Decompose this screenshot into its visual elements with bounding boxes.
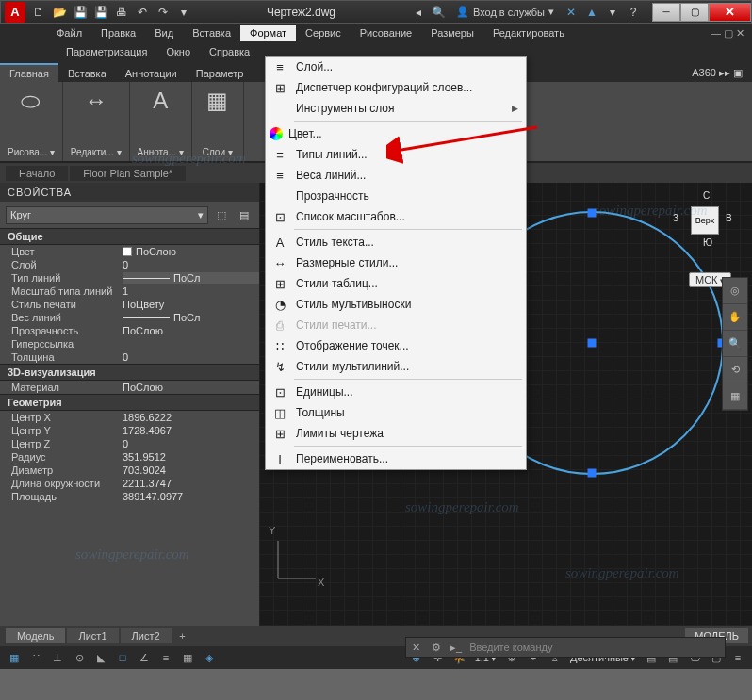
saveas-icon[interactable]: 💾 [91, 3, 110, 22]
prop-row[interactable]: Толщина 0 [0, 350, 259, 364]
ortho-toggle-icon[interactable]: ⊥ [47, 648, 68, 667]
cmd-options-icon[interactable]: ⚙ [426, 642, 447, 654]
menu-item[interactable]: ≡ Веса линий... [266, 165, 526, 186]
menu-item[interactable]: ⊡ Единицы... [266, 382, 526, 402]
viewcube-w[interactable]: З [673, 213, 678, 223]
add-layout-button[interactable]: + [173, 630, 192, 642]
layout-tab-2[interactable]: Лист2 [121, 628, 172, 643]
prop-row[interactable]: Диаметр 703.9024 [0, 464, 259, 477]
quick-select-icon[interactable]: ⬚ [212, 205, 231, 224]
prop-value[interactable]: 2211.3747 [123, 478, 259, 489]
prop-row[interactable]: Вес линий ПоСл [0, 311, 259, 324]
maximize-button[interactable]: ▢ [680, 3, 709, 22]
menu-item[interactable]: ⊡ Список масштабов... [266, 206, 526, 227]
qat-drop-icon[interactable]: ▾ [174, 3, 193, 22]
showmotion-icon[interactable]: ▦ [723, 383, 747, 410]
prop-group[interactable]: Общие [0, 228, 259, 245]
prop-group[interactable]: 3D-визуализация [0, 364, 259, 381]
object-type-combo[interactable]: Круг ▾ [6, 206, 208, 224]
menu-item[interactable]: ◔ Стиль мультивыноски [266, 294, 526, 315]
grid-toggle-icon[interactable]: ▦ [4, 648, 25, 667]
layout-tab-1[interactable]: Лист1 [67, 628, 118, 643]
menu-item[interactable]: I Переименовать... [266, 448, 526, 469]
prop-row[interactable]: Прозрачность ПоСлою [0, 324, 259, 337]
help-drop-icon[interactable]: ▾ [603, 3, 622, 22]
doc-tab-1[interactable]: Floor Plan Sample* [70, 166, 186, 181]
menu-Правка[interactable]: Правка [91, 25, 145, 41]
menu-item[interactable]: ◫ Толщины [266, 402, 526, 423]
menu-item[interactable]: ↔ Размерные стили... [266, 252, 526, 273]
prop-row[interactable]: Длина окружности 2211.3747 [0, 477, 259, 490]
lineweight-icon[interactable]: ≡ [155, 648, 176, 667]
menu-item[interactable]: ≡ Типы линий... [266, 144, 526, 165]
menu-item[interactable]: Инструменты слоя ▶ [266, 98, 526, 119]
menu-Сервис[interactable]: Сервис [296, 25, 351, 41]
zoom-icon[interactable]: 🔍 [723, 331, 747, 357]
search-drop-icon[interactable]: ◂ [409, 3, 428, 22]
prop-value[interactable]: 0 [123, 259, 259, 270]
menu-item[interactable]: ⊞ Стили таблиц... [266, 273, 526, 294]
prop-row[interactable]: Стиль печати ПоЦвету [0, 298, 259, 311]
doc-window-controls[interactable]: — ▢ ✕ [711, 27, 752, 40]
prop-value[interactable]: ПоСл [123, 272, 259, 284]
ribbon-panel-0[interactable]: ⬭ Рисова... ▾ [0, 82, 63, 161]
app-icon[interactable]: A [5, 2, 25, 23]
cycling-icon[interactable]: ◈ [199, 648, 220, 667]
prop-value[interactable]: 1896.6222 [123, 412, 259, 423]
osnap-toggle-icon[interactable]: □ [112, 648, 133, 667]
view-cube[interactable]: Верх С Ю З В [677, 192, 733, 249]
prop-value[interactable]: 1 [123, 285, 259, 297]
prop-row[interactable]: Слой 0 [0, 258, 259, 271]
quad-grip-n[interactable] [588, 209, 597, 218]
ribbon-tab-0[interactable]: Главная [0, 63, 58, 82]
search-icon[interactable]: 🔍 [430, 3, 449, 22]
iso-toggle-icon[interactable]: ◣ [90, 648, 111, 667]
ribbon-panel-1[interactable]: ↔ Редакти... ▾ [63, 82, 130, 161]
viewcube-top[interactable]: Верх [691, 206, 719, 235]
prop-value[interactable]: ПоСлою [123, 325, 259, 336]
viewcube-n[interactable]: С [703, 190, 710, 201]
menu-item[interactable]: ↯ Стили мультилиний... [266, 356, 526, 377]
redo-icon[interactable]: ↷ [154, 3, 172, 22]
prop-value[interactable]: 703.9024 [123, 464, 259, 476]
menu-Вставка[interactable]: Вставка [183, 25, 240, 41]
layout-tab-0[interactable]: Модель [6, 628, 65, 643]
prop-value[interactable]: 1728.4967 [123, 425, 259, 436]
prop-row[interactable]: Цвет ПоСлою [0, 245, 259, 258]
prop-row[interactable]: Масштаб типа линий 1 [0, 285, 259, 298]
prop-value[interactable]: ПоСл [123, 312, 259, 323]
prop-row[interactable]: Центр Y 1728.4967 [0, 424, 259, 437]
prop-value[interactable]: 351.9512 [123, 451, 259, 463]
select-objects-icon[interactable]: ▤ [235, 205, 253, 224]
ribbon-tab-1[interactable]: Вставка [58, 64, 116, 82]
menu-Рисование[interactable]: Рисование [351, 25, 421, 41]
otrack-toggle-icon[interactable]: ∠ [134, 648, 155, 667]
snap-toggle-icon[interactable]: ∷ [25, 648, 46, 667]
transparency-icon[interactable]: ▦ [177, 648, 198, 667]
new-icon[interactable]: 🗋 [29, 3, 48, 22]
menu-Вид[interactable]: Вид [145, 25, 183, 41]
menu-Окно[interactable]: Окно [156, 44, 200, 59]
save-icon[interactable]: 💾 [71, 3, 90, 22]
ribbon-tab-3[interactable]: Параметр [187, 64, 253, 82]
open-icon[interactable]: 📂 [50, 3, 69, 22]
menu-item[interactable]: ⊞ Диспетчер конфигураций слоев... [266, 77, 526, 98]
ribbon-panel-2[interactable]: A Аннота... ▾ [130, 82, 192, 161]
help-icon[interactable]: ? [624, 3, 643, 22]
menu-item[interactable]: ≡ Слой... [266, 57, 526, 77]
menu-item[interactable]: Прозрачность [266, 186, 526, 206]
prop-row[interactable]: Центр Z 0 [0, 437, 259, 450]
prop-row[interactable]: Материал ПоСлою [0, 381, 259, 394]
polar-toggle-icon[interactable]: ⊙ [69, 648, 90, 667]
orbit-icon[interactable]: ⟲ [723, 357, 747, 383]
menu-item[interactable]: ● Цвет... [266, 123, 526, 144]
cmd-input[interactable]: Введите команду [466, 642, 725, 653]
menu-item[interactable]: ⊞ Лимиты чертежа [266, 423, 526, 444]
pan-icon[interactable]: ✋ [723, 304, 747, 331]
menu-Файл[interactable]: Файл [47, 25, 91, 41]
plot-icon[interactable]: 🖶 [112, 3, 131, 22]
menu-Формат[interactable]: Формат [240, 25, 296, 41]
menu-Размеры[interactable]: Размеры [421, 25, 483, 41]
sign-in-button[interactable]: 👤 Вход в службы ▾ [450, 6, 560, 18]
prop-row[interactable]: Тип линий ПоСл [0, 271, 259, 285]
